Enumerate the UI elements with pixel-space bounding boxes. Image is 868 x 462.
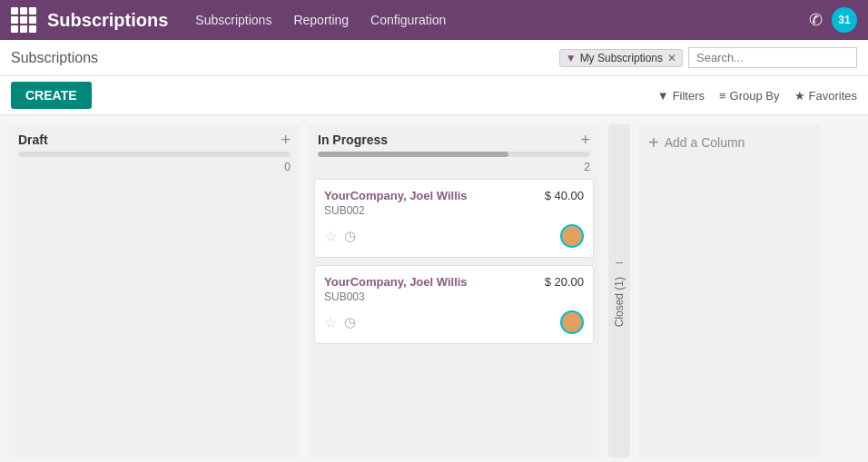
add-column-label: Add a Column (665, 133, 745, 150)
card-sub003-amount: $ 20.00 (545, 275, 584, 289)
filters-button[interactable]: ▼ Filters (657, 89, 705, 103)
phone-icon[interactable]: ✆ (809, 10, 823, 30)
column-in-progress: In Progress + 2 YourCompany, Joel Willis… (309, 124, 599, 457)
card-sub003-clock-icon[interactable]: ◷ (344, 314, 356, 330)
column-draft-cards (9, 179, 300, 457)
card-sub002-subtitle: SUB002 (324, 204, 584, 217)
card-sub002-star-icon[interactable]: ☆ (324, 228, 337, 245)
filter-close-icon[interactable]: ✕ (667, 52, 676, 64)
card-sub002-avatar-inner (562, 226, 582, 246)
column-closed[interactable]: − Closed (1) (608, 124, 630, 457)
column-in-progress-progress-fill (318, 152, 508, 157)
breadcrumb: Subscriptions (11, 50, 98, 66)
card-sub003-subtitle: SUB003 (324, 290, 584, 303)
card-sub003-top: YourCompany, Joel Willis $ 20.00 (324, 275, 584, 289)
card-sub002-icons: ☆ ◷ (324, 228, 356, 245)
group-by-button[interactable]: ≡ Group By (719, 89, 780, 103)
filter-tag-label: My Subscriptions (580, 52, 663, 64)
card-sub002-bottom: ☆ ◷ (324, 224, 584, 248)
column-in-progress-progress-bar (318, 152, 590, 157)
column-closed-label: Closed (1) (613, 277, 626, 327)
column-draft-count: 0 (9, 161, 300, 179)
card-sub003-avatar[interactable] (560, 310, 584, 334)
card-sub002-title[interactable]: YourCompany, Joel Willis (324, 189, 468, 202)
card-sub003-icons: ☆ ◷ (324, 314, 356, 331)
card-sub003-title[interactable]: YourCompany, Joel Willis (324, 275, 468, 289)
card-sub003-star-icon[interactable]: ☆ (324, 314, 337, 331)
star-icon: ★ (794, 89, 805, 103)
create-button[interactable]: CREATE (11, 82, 92, 109)
card-sub003: YourCompany, Joel Willis $ 20.00 SUB003 … (314, 265, 594, 344)
card-sub003-avatar-inner (562, 312, 582, 332)
notification-badge[interactable]: 31 (832, 7, 857, 33)
topnav-links: Subscriptions Reporting Configuration (195, 13, 809, 27)
toolbar-right: ▼ Filters ≡ Group By ★ Favorites (657, 89, 857, 103)
grid-menu-icon[interactable] (11, 7, 36, 33)
card-sub002-amount: $ 40.00 (545, 189, 584, 202)
nav-subscriptions[interactable]: Subscriptions (195, 13, 271, 27)
card-sub002-top: YourCompany, Joel Willis $ 40.00 (324, 189, 584, 202)
group-by-icon: ≡ (719, 89, 726, 103)
card-sub002-avatar[interactable] (560, 224, 584, 248)
column-closed-minus-icon[interactable]: − (615, 255, 623, 271)
filter-icon: ▼ (657, 89, 669, 103)
card-sub002-clock-icon[interactable]: ◷ (344, 228, 356, 244)
column-in-progress-count: 2 (309, 161, 599, 179)
subheader: Subscriptions ▼ My Subscriptions ✕ (0, 40, 868, 76)
app-title: Subscriptions (47, 10, 168, 31)
topnav: Subscriptions Subscriptions Reporting Co… (0, 0, 868, 40)
column-draft: Draft + 0 (9, 124, 300, 457)
column-in-progress-header: In Progress + (309, 124, 599, 152)
kanban-board: Draft + 0 In Progress + 2 YourCompany, J… (0, 115, 868, 462)
column-draft-add-button[interactable]: + (281, 132, 291, 148)
favorites-button[interactable]: ★ Favorites (794, 89, 857, 103)
column-in-progress-cards: YourCompany, Joel Willis $ 40.00 SUB002 … (309, 179, 599, 457)
search-area: ▼ My Subscriptions ✕ (559, 47, 857, 68)
search-input[interactable] (688, 47, 857, 68)
toolbar: CREATE ▼ Filters ≡ Group By ★ Favorites (0, 76, 868, 115)
card-sub003-bottom: ☆ ◷ (324, 310, 584, 334)
topnav-right: ✆ 31 (809, 7, 857, 33)
filter-funnel-icon: ▼ (566, 52, 577, 64)
add-column[interactable]: + Add a Column (639, 124, 821, 457)
column-draft-title: Draft (18, 133, 48, 147)
add-column-plus-icon: + (648, 133, 659, 152)
card-sub002: YourCompany, Joel Willis $ 40.00 SUB002 … (314, 179, 594, 258)
search-filter-tag[interactable]: ▼ My Subscriptions ✕ (559, 49, 683, 67)
nav-configuration[interactable]: Configuration (370, 13, 446, 27)
column-draft-progress-bar (18, 152, 291, 157)
column-in-progress-title: In Progress (318, 133, 388, 147)
column-draft-header: Draft + (9, 124, 300, 152)
column-in-progress-add-button[interactable]: + (580, 132, 590, 148)
nav-reporting[interactable]: Reporting (293, 13, 349, 27)
